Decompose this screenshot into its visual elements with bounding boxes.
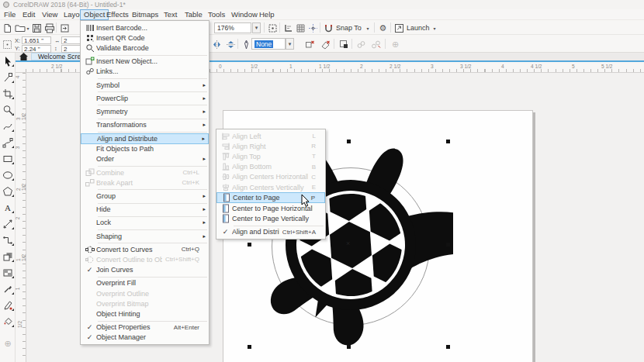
show-grid-icon[interactable] [295,22,306,33]
freehand-tool[interactable] [0,118,16,134]
pick-tool[interactable] [0,53,16,69]
print-icon[interactable] [43,22,55,33]
menu-item-join-curves[interactable]: ✓ Join Curves [81,265,209,275]
fill-tool[interactable] [0,313,16,329]
menu-item-validate-barcode[interactable]: Validate Barcode [81,43,209,53]
checkmark-icon: ✓ [83,323,96,331]
zoom-level-select[interactable] [214,22,251,33]
menu-item-align-and-distribute[interactable]: Align and Distribute ▸ [81,133,209,144]
menu-item-insert-qr-code[interactable]: Insert QR Code [81,33,209,43]
rectangle-tool[interactable] [0,150,16,167]
vertical-ruler[interactable]: 4 3 1/2 3 2 1/2 2 1 1/2 1 1/2 [16,73,26,362]
menu-item-transformations[interactable]: Transformations ▸ [81,120,209,130]
submenu-item-center-to-page-vertically[interactable]: Center to Page Vertically [216,213,325,223]
menu-item-links[interactable]: Links... [81,67,209,77]
flip-horizontal-icon[interactable] [211,39,223,50]
options-gear-icon[interactable]: ⚙ [377,22,389,33]
submenu-item-align-top: Align Top T [216,151,325,161]
open-dropdown-icon[interactable]: ▾ [25,22,31,33]
show-rulers-icon[interactable] [282,22,294,33]
menu-item-insert-barcode[interactable]: Insert Barcode... [81,22,209,33]
bezier-tool[interactable] [0,134,16,150]
menu-item-symbol[interactable]: Symbol ▸ [81,80,209,90]
outline-width-value: None [254,40,273,48]
menu-help[interactable]: Help [256,9,278,20]
menu-edit[interactable]: Edit [19,9,38,20]
menu-item-overprint-bitmap: Overprint Bitmap [81,298,209,309]
menu-file[interactable]: File [1,9,19,20]
menu-item-insert-new-object[interactable]: Insert New Object... [81,57,209,67]
drop-shadow-tool[interactable] [0,248,16,264]
launch-label[interactable]: Launch [407,24,430,32]
menu-item-hide[interactable]: Hide ▸ [81,205,209,215]
menu-item-object-hinting[interactable]: Object Hinting [81,309,209,319]
crop-tool[interactable] [0,85,16,102]
menu-item-group[interactable]: Group ▸ [81,191,209,201]
menu-tools[interactable]: Tools [205,9,228,20]
selection-handle-middle-left[interactable] [248,243,251,247]
text-tool[interactable]: A [0,199,16,215]
menu-item-overprint-fill[interactable]: Overprint Fill [81,278,209,288]
zoom-tool[interactable] [0,102,16,118]
selection-handle-bottom-middle[interactable] [347,345,351,349]
snap-magnet-icon[interactable] [323,22,334,33]
window-title: CorelDRAW 2018 (64-Bit) - Untitled-1* [13,1,126,9]
color-eyedropper-tool[interactable] [0,281,16,297]
outline-width-dropdown-icon[interactable]: ▾ [286,38,294,50]
selection-handle-middle-right[interactable] [446,243,450,247]
menu-item-convert-to-curves[interactable]: Convert to Curves Ctrl+Q [81,244,209,254]
zoom-fit-page-icon[interactable] [267,22,279,33]
outline-width-select[interactable]: None [251,38,286,50]
menu-effects[interactable]: Effects [103,9,132,20]
new-document-icon[interactable] [2,22,13,33]
unlink-objects-icon [370,39,382,50]
menu-view[interactable]: View [39,9,61,20]
dimension-tool[interactable] [0,215,16,232]
selection-handle-top-right[interactable] [446,140,450,143]
home-icon[interactable] [19,53,28,60]
menu-bitmaps[interactable]: Bitmaps [129,9,161,20]
show-guidelines-icon[interactable] [307,22,319,33]
menu-item-lock[interactable]: Lock ▸ [81,218,209,228]
snap-dropdown-icon[interactable]: ▾ [365,22,371,33]
remove-fill-icon[interactable] [320,39,331,50]
remove-outline-icon[interactable] [304,39,316,50]
shape-tool[interactable] [0,69,16,85]
ellipse-tool[interactable] [0,167,16,183]
barcode-icon [83,23,96,33]
menu-item-shaping[interactable]: Shaping ▸ [81,231,209,241]
menu-item-symmetry[interactable]: Symmetry ▸ [81,106,209,116]
submenu-item-align-and-distribute-dialog[interactable]: ✓ Align and Distribute Ctrl+Shift+A [216,227,325,237]
y-position-field[interactable] [22,45,51,53]
save-icon[interactable] [31,22,43,33]
zoom-dropdown-icon[interactable]: ▾ [252,22,261,33]
menu-table[interactable]: Table [182,9,206,20]
menu-item-order[interactable]: Order ▸ [81,154,209,164]
vruler-label: 1 [15,288,20,291]
menu-bar: File Edit View Layout Object Effects Bit… [0,9,644,20]
align-distribute-submenu: Align Left L Align Right R Align Top T A… [216,129,326,240]
import-icon[interactable] [59,22,71,33]
x-position-field[interactable] [22,36,51,44]
menu-text[interactable]: Text [161,9,180,20]
selection-handle-top-middle[interactable] [347,140,351,143]
snap-to-label[interactable]: Snap To [336,24,362,32]
transparency-tool[interactable] [0,264,16,281]
connector-tool[interactable] [0,232,16,248]
open-document-icon[interactable] [14,22,26,33]
menu-item-fit-objects-to-path[interactable]: Fit Objects to Path [81,144,209,154]
paint-tool[interactable] [0,297,16,313]
polygon-tool[interactable] [0,183,16,199]
menu-item-object-manager[interactable]: ✓ Object Manager [81,333,209,343]
add-tools-button[interactable]: ⊕ [0,336,16,352]
selection-handle-bottom-left[interactable] [248,345,251,349]
menu-item-object-properties[interactable]: ✓ Object Properties Alt+Enter [81,322,209,333]
launch-dropdown-icon[interactable]: ▾ [431,22,438,33]
launch-icon[interactable] [393,22,405,33]
flip-vertical-icon[interactable] [225,39,237,50]
selection-handle-bottom-right[interactable] [446,345,450,349]
object-position-icon [2,39,13,50]
menu-item-powerclip[interactable]: PowerClip ▸ [81,93,209,103]
hruler-label: 2 1/2 [51,64,62,69]
edit-fill-icon[interactable] [338,39,350,50]
